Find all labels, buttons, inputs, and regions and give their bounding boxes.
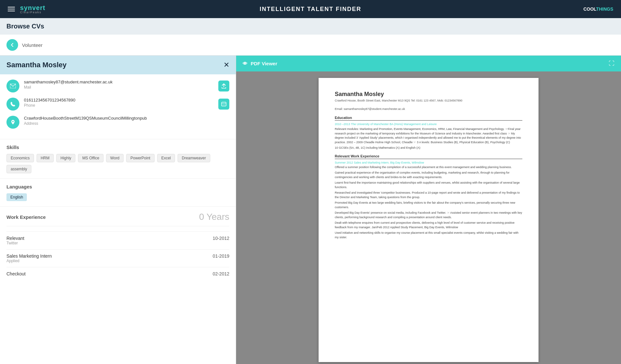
pdf-candidate-name: Samantha Mosley: [335, 91, 522, 98]
brand-label: COOLTHINGS: [583, 6, 613, 12]
svg-rect-1: [222, 102, 226, 106]
skills-tags: EconomicsHRMHighlyMS OfficeWordPowerPoin…: [6, 154, 229, 173]
pdf-address: Crawford House, Booth Street East, Manch…: [335, 99, 522, 102]
brand-cool: COOL: [583, 6, 596, 12]
work-item-left: Relevant Twitter: [6, 236, 24, 245]
work-item: Relevant Twitter 10-2012: [6, 231, 229, 249]
back-button[interactable]: [6, 39, 18, 51]
skills-section: Skills EconomicsHRMHighlyMS OfficeWordPo…: [0, 139, 236, 179]
pdf-work-para: Learnt first-hand the importance maintai…: [335, 181, 522, 189]
email-value: samanthamosley87@student.manchester.ac.u…: [24, 80, 218, 84]
skills-title: Skills: [6, 145, 229, 150]
language-tag[interactable]: English: [6, 193, 27, 201]
work-role: Sales Marketing Intern: [6, 253, 52, 259]
pdf-work-para: Dealt with telephone enquires from curre…: [335, 221, 522, 230]
phone-icon: [6, 98, 19, 111]
email-action-button[interactable]: [218, 80, 229, 91]
pdf-education-title: Education: [335, 116, 522, 121]
logo: synvert ClearPeaks: [20, 5, 45, 14]
work-item-date: 01-2019: [213, 253, 229, 259]
work-items: Relevant Twitter 10-2012 Sales Marketing…: [6, 231, 229, 280]
main-content: Samantha Mosley ✕ samanthamosley87@stude…: [0, 56, 621, 364]
header-left: synvert ClearPeaks: [8, 5, 45, 14]
address-icon: [6, 116, 19, 129]
pdf-email-line: Email: samanthamosley87@student.manchest…: [335, 107, 522, 111]
app-title: INTELLIGENT TALENT FINDER: [260, 6, 362, 13]
skill-tag[interactable]: HRM: [37, 154, 54, 162]
work-section: Work Experience 0 Years Relevant Twitter…: [0, 207, 236, 285]
work-item-date: 10-2012: [213, 236, 229, 241]
left-panel: Samantha Mosley ✕ samanthamosley87@stude…: [0, 56, 236, 364]
skill-tag[interactable]: Word: [106, 154, 124, 162]
pdf-title-label: PDF Viewer: [251, 61, 277, 66]
phone-label: Phone: [24, 103, 218, 108]
languages-tags: English: [6, 193, 229, 201]
work-item: Checkout 02-2012: [6, 267, 229, 280]
pdf-panel: 👁 PDF Viewer ⛶ Samantha Mosley Crawford …: [236, 56, 621, 364]
work-role: Relevant: [6, 236, 24, 241]
email-icon: [6, 80, 19, 92]
contact-email-item: samanthamosley87@student.manchester.ac.u…: [6, 80, 229, 92]
candidate-name: Samantha Mosley: [6, 61, 67, 69]
address-label: Address: [24, 121, 229, 126]
skill-tag[interactable]: MS Office: [78, 154, 103, 162]
candidate-header: Samantha Mosley ✕: [0, 56, 236, 74]
languages-title: Languages: [6, 184, 229, 189]
pdf-title: 👁 PDF Viewer: [243, 61, 277, 66]
pdf-edu-link: 2010 –2013 The University of Manchester …: [335, 123, 522, 126]
skill-tag[interactable]: assembly: [6, 165, 31, 173]
pdf-work-para: Used initiative and networking skills to…: [335, 231, 522, 240]
eye-icon: 👁: [243, 61, 247, 66]
brand-things: THINGS: [596, 6, 613, 12]
phone-value: 01611234567012345678​90: [24, 98, 218, 102]
logo-sub: ClearPeaks: [20, 11, 45, 14]
pdf-work-para: Developed Big Day Events' presence on so…: [335, 211, 522, 219]
search-bar: [0, 35, 621, 56]
phone-action-button[interactable]: [218, 99, 229, 110]
logo-main: synvert: [20, 5, 45, 11]
email-details: samanthamosley87@student.manchester.ac.u…: [24, 80, 218, 90]
pdf-page: Samantha Mosley Crawford House, Booth St…: [319, 78, 539, 362]
pdf-work-para: Promoted Big Day Events at two large wed…: [335, 201, 522, 209]
email-label: Mail: [24, 85, 218, 90]
work-item-left: Sales Marketing Intern Applied: [6, 253, 52, 263]
pdf-content: Samantha Mosley Crawford House, Booth St…: [236, 71, 621, 364]
skill-tag[interactable]: Economics: [6, 154, 34, 162]
work-item-left: Checkout: [6, 271, 26, 276]
work-years: 0 Years: [199, 212, 229, 222]
work-role: Checkout: [6, 271, 26, 276]
address-details: CrawfordHouseBoothStreetM139QSMuseumCoun…: [24, 116, 229, 126]
pdf-work1-link: Summer 2012 Sales and Marketing Intern, …: [335, 161, 522, 164]
work-type: Twitter: [6, 241, 24, 245]
work-item-date: 02-2012: [213, 271, 229, 276]
work-header: Work Experience 0 Years: [6, 212, 229, 226]
close-button[interactable]: ✕: [223, 61, 229, 69]
app-header: synvert ClearPeaks INTELLIGENT TALENT FI…: [0, 0, 621, 18]
pdf-expand-button[interactable]: ⛶: [609, 60, 615, 67]
work-type: Applied: [6, 259, 52, 263]
contact-phone-item: 01611234567012345678​90 Phone: [6, 98, 229, 111]
skill-tag[interactable]: PowerPoint: [126, 154, 154, 162]
skill-tag[interactable]: Highly: [56, 154, 75, 162]
page-title: Browse CVs: [0, 18, 621, 35]
search-input[interactable]: [22, 42, 615, 48]
pdf-work-title: Relevant Work Experience: [335, 154, 522, 159]
hamburger-icon[interactable]: [8, 7, 15, 11]
phone-details: 01611234567012345678​90 Phone: [24, 98, 218, 108]
pdf-edu-text1: Relevant modules: Marketing and Promotio…: [335, 127, 522, 145]
languages-section: Languages English: [0, 179, 236, 207]
work-item: Sales Marketing Intern Applied 01-2019: [6, 249, 229, 267]
pdf-work-items: Offered a summer position following the …: [335, 165, 522, 240]
contact-address-item: CrawfordHouseBoothStreetM139QSMuseumCoun…: [6, 116, 229, 129]
pdf-work-para: Offered a summer position following the …: [335, 165, 522, 170]
pdf-work-para: Researched and investigated three 'compe…: [335, 191, 522, 199]
pdf-work-para: Gained practical experience of the organ…: [335, 171, 522, 179]
pdf-edu-text2: 10 GCSEs (5A, 4B, 1C) including Mathemat…: [335, 146, 522, 150]
work-title: Work Experience: [6, 214, 46, 220]
skill-tag[interactable]: Dreamweaver: [178, 154, 210, 162]
skill-tag[interactable]: Excel: [157, 154, 175, 162]
contact-section: samanthamosley87@student.manchester.ac.u…: [0, 74, 236, 139]
pdf-header: 👁 PDF Viewer ⛶: [236, 56, 621, 71]
address-value: CrawfordHouseBoothStreetM139QSMuseumCoun…: [24, 116, 229, 121]
